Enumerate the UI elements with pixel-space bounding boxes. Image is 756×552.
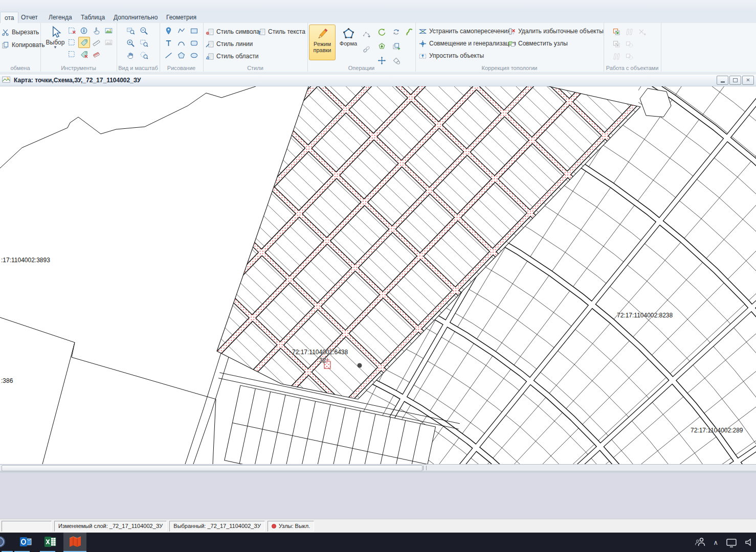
copy-object-button[interactable] [390,40,402,52]
area-style-button[interactable]: Стиль области [206,51,258,61]
cadastral-label: 72:17:1104002:289 [691,427,743,434]
measure-button[interactable] [91,37,102,48]
draw-ellipse-button[interactable] [188,50,200,61]
circle-rect-icon [625,40,634,49]
buffer-zone2-button[interactable] [624,51,635,62]
minimize-button[interactable] [717,76,728,85]
tab-legenda[interactable]: Легенда [42,12,79,23]
tab-otchet[interactable]: Отчет [14,12,45,23]
scale-polygon-button[interactable] [376,40,388,52]
select-button[interactable]: Выбор ▼ [46,25,65,60]
arc-icon [177,39,186,48]
application-window: ота Отчет Легенда Таблица Дополнительно … [0,0,756,552]
split-object2-button[interactable] [611,51,622,62]
eraser-button[interactable] [91,49,102,60]
split-lines-icon [612,52,621,61]
taskbar-app1-button[interactable] [0,535,6,548]
split-object-button[interactable] [624,26,635,37]
people-icon[interactable] [694,536,706,548]
draw-line-button[interactable] [163,50,174,61]
map-window-titlebar[interactable]: Карта: точки,Схема,ЗУ,_72_17_1104002_ЗУ … [0,74,756,86]
taskbar-excel-button[interactable] [43,535,57,548]
symbol-style-button[interactable]: Стиль символа [206,27,260,37]
draw-arc-button[interactable] [175,37,187,49]
copy-label: Копировать [12,41,45,49]
hand-icon [126,51,135,60]
deselect-button[interactable] [66,25,78,36]
zoom-region-button[interactable] [138,37,150,49]
draw-text-button[interactable] [163,37,174,49]
object-info-button[interactable] [78,25,90,36]
group-label-tools: Инструменты [40,65,117,71]
labels-button-active[interactable] [78,37,90,48]
replace-shape-button[interactable] [390,55,402,66]
taskbar-gis-button[interactable] [69,535,82,548]
draw-rounded-rect-button[interactable] [188,37,200,49]
add-intersection-button[interactable] [636,26,648,37]
area-style-label: Стиль области [216,53,258,60]
text-icon [164,39,173,48]
merge-generalize-button[interactable]: Совмещение и генерализация [418,38,516,49]
zoom-out-icon [140,27,148,35]
pan-button[interactable] [125,50,137,61]
scrollbar-thumb[interactable] [2,465,423,471]
draw-polyline-button[interactable] [175,25,187,36]
self-intersection-icon [418,27,427,36]
move-object-button[interactable] [376,55,388,66]
zoom-in-button[interactable] [125,37,137,49]
group-label-draw: Рисование [160,65,203,71]
line-style-button[interactable]: Стиль линии [206,39,253,49]
rotate-object-button[interactable] [376,26,388,37]
link-objects-button[interactable] [361,43,372,55]
tools-icon-grid [66,25,115,60]
raster-button[interactable] [103,25,115,36]
tray-expand-icon[interactable]: ∧ [713,539,718,546]
select-area-button[interactable] [66,37,78,48]
tab-dopolnitelno[interactable]: Дополнительно [107,12,164,23]
cut-button[interactable]: Вырезать [1,27,39,37]
copy-object2-button[interactable] [611,38,622,50]
join-nodes-button[interactable]: Совместить узлы [507,38,568,49]
map-canvas[interactable]: :17:1104002:3893:38672:17:1104002:643832… [0,86,756,464]
delete-redundant-icon [507,27,516,36]
zoom-circle-button[interactable] [138,50,150,61]
select-rect-button[interactable] [66,49,78,60]
polygon-icon [177,51,186,60]
image-disabled-icon [104,38,113,47]
copy-to-layer-button[interactable] [611,26,622,37]
smooth-curve-button[interactable] [404,26,415,37]
draw-polygon-button[interactable] [175,50,187,61]
merge-generalize-icon [418,39,427,48]
taskbar-outlook-button[interactable] [19,535,32,548]
edit-mode-button-active[interactable]: Режим правки [309,25,336,60]
delete-redundant-button[interactable]: Удалить избыточные объекты [507,26,604,36]
restore-button[interactable] [729,76,741,85]
zoom-panel-button[interactable] [125,25,137,36]
scrollbar-splitter-grip[interactable] [423,466,427,470]
tab-geometriya[interactable]: Геометрия [160,12,203,23]
map-horizontal-scrollbar[interactable] [0,464,756,471]
diamond-circle-icon [392,56,401,65]
tab-tablitsa[interactable]: Таблица [74,12,112,23]
draw-rectangle-button[interactable] [188,25,200,36]
close-button[interactable]: ✕ [742,76,754,85]
tag-x-icon [80,50,88,59]
text-style-button[interactable]: Стиль текста [257,27,305,37]
spin-object-button[interactable] [390,26,402,37]
add-node-button[interactable] [361,28,372,39]
speaker-icon[interactable] [745,536,752,548]
draw-point-button[interactable] [163,25,174,36]
raster-off-button[interactable] [103,37,115,48]
simplify-objects-button[interactable]: Упростить объекты [418,51,484,61]
copy-object-arrow-icon [612,28,621,36]
info-icon [80,27,88,35]
network-monitor-icon[interactable] [725,536,738,548]
pick-object-button[interactable] [91,25,102,36]
remove-labels-button[interactable] [78,49,90,60]
zoom-document-icon [126,27,135,35]
zoom-out-button[interactable] [138,25,150,36]
shape-button[interactable]: Форма [337,25,360,60]
remove-self-intersections-button[interactable]: Устранить самопересечения [418,26,510,36]
buffer-zone-button[interactable] [624,38,635,50]
copy-button[interactable]: Копировать [1,40,45,50]
